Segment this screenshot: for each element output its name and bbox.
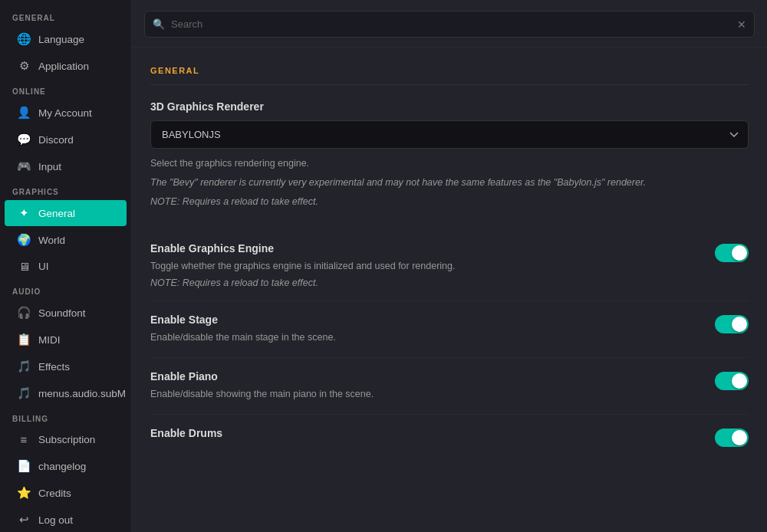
application-icon: ⚙ <box>17 59 31 73</box>
my-account-icon: 👤 <box>17 106 31 120</box>
toggle-desc-enable-stage: Enable/disable the main stage in the sce… <box>150 330 700 345</box>
sidebar-item-label-changelog: changelog <box>38 461 86 472</box>
search-bar: 🔍 ✕ <box>132 0 767 48</box>
renderer-label: 3D Graphics Renderer <box>150 100 749 113</box>
toggle-thumb-enable-stage <box>732 317 747 332</box>
effects-icon: 🎵 <box>17 360 31 373</box>
sidebar: GENERAL🌐Language⚙ApplicationONLINE👤My Ac… <box>0 0 132 532</box>
toggle-thumb-enable-drums <box>732 430 747 445</box>
sidebar-section-label: GENERAL <box>0 6 131 25</box>
toggle-track-enable-piano[interactable] <box>715 372 749 390</box>
sidebar-item-label-discord: Discord <box>38 134 74 146</box>
toggle-note-enable-graphics-engine: NOTE: Requires a reload to take effect. <box>150 277 700 288</box>
renderer-note1: The "Bevy" renderer is currently very ex… <box>150 176 749 190</box>
sidebar-item-subscription[interactable]: ≡Subscription <box>5 427 127 452</box>
main-panel: 🔍 ✕ GENERAL 3D Graphics Renderer BABYLON… <box>132 0 767 532</box>
renderer-select[interactable]: BABYLONJSBEVY <box>150 120 749 149</box>
midi-icon: 📋 <box>17 333 31 346</box>
credits-icon: ⭐ <box>17 486 31 500</box>
sidebar-item-label-general: General <box>38 208 75 219</box>
sidebar-item-my-account[interactable]: 👤My Account <box>5 100 127 126</box>
toggle-desc-enable-piano: Enable/disable showing the main piano in… <box>150 387 700 402</box>
sidebar-item-label-ui: UI <box>38 261 49 272</box>
sidebar-item-effects[interactable]: 🎵Effects <box>5 353 127 379</box>
sidebar-item-application[interactable]: ⚙Application <box>5 53 127 79</box>
soundfont-icon: 🎧 <box>17 306 31 320</box>
sidebar-item-label-menus-audio: menus.audio.subM <box>38 388 126 399</box>
toggle-thumb-enable-graphics-engine <box>732 245 747 261</box>
sidebar-item-label-language: Language <box>38 34 84 45</box>
toggle-track-enable-stage[interactable] <box>715 315 749 333</box>
sidebar-item-ui[interactable]: 🖥UI <box>5 254 127 279</box>
sidebar-item-label-soundfont: Soundfont <box>38 307 86 319</box>
toggle-row-enable-drums: Enable Drums <box>150 415 749 459</box>
toggle-title-enable-stage: Enable Stage <box>150 314 700 326</box>
toggle-switch-enable-stage[interactable] <box>715 315 749 333</box>
sidebar-item-discord[interactable]: 💬Discord <box>5 126 127 153</box>
language-icon: 🌐 <box>17 32 31 46</box>
content-area: GENERAL 3D Graphics Renderer BABYLONJSBE… <box>132 48 767 478</box>
sidebar-item-world[interactable]: 🌍World <box>5 227 127 253</box>
toggle-info-enable-piano: Enable PianoEnable/disable showing the m… <box>150 370 715 402</box>
sidebar-item-changelog[interactable]: 📄changelog <box>5 453 127 479</box>
sidebar-section-label: GRAPHICS <box>0 180 131 199</box>
sidebar-item-soundfont[interactable]: 🎧Soundfont <box>5 300 127 326</box>
sidebar-item-general[interactable]: ✦General <box>5 200 127 226</box>
sidebar-section-label: ONLINE <box>0 80 131 99</box>
toggles-container: Enable Graphics EngineToggle whether the… <box>150 230 749 458</box>
sidebar-item-label-midi: MIDI <box>38 334 61 346</box>
renderer-description: Select the graphics rendering engine. <box>150 156 749 171</box>
sidebar-item-label-effects: Effects <box>38 361 70 373</box>
toggle-switch-enable-graphics-engine[interactable] <box>715 244 749 262</box>
section-divider <box>150 84 749 85</box>
sidebar-item-log-out[interactable]: ↩Log out <box>5 507 127 532</box>
sidebar-section-label: BILLING <box>0 407 131 426</box>
subscription-icon: ≡ <box>17 433 31 446</box>
toggle-title-enable-piano: Enable Piano <box>150 370 700 383</box>
changelog-icon: 📄 <box>17 459 31 473</box>
toggle-track-enable-graphics-engine[interactable] <box>715 244 749 262</box>
search-wrapper: 🔍 ✕ <box>144 11 755 38</box>
sidebar-item-input[interactable]: 🎮Input <box>5 153 127 179</box>
discord-icon: 💬 <box>17 133 31 146</box>
sidebar-item-label-my-account: My Account <box>38 107 92 119</box>
toggle-desc-enable-graphics-engine: Toggle whether the graphics engine is in… <box>150 259 700 274</box>
toggle-row-enable-graphics-engine: Enable Graphics EngineToggle whether the… <box>150 230 749 301</box>
renderer-group: 3D Graphics Renderer BABYLONJSBEVY Selec… <box>150 100 749 209</box>
world-icon: 🌍 <box>17 233 31 247</box>
sidebar-item-label-world: World <box>38 235 65 246</box>
sidebar-item-label-log-out: Log out <box>38 514 73 526</box>
toggle-track-enable-drums[interactable] <box>715 429 749 447</box>
general-icon: ✦ <box>17 206 31 220</box>
input-icon: 🎮 <box>17 159 31 173</box>
sidebar-item-label-application: Application <box>38 61 89 72</box>
toggle-row-enable-stage: Enable StageEnable/disable the main stag… <box>150 301 749 358</box>
section-title: GENERAL <box>150 66 749 75</box>
sidebar-item-language[interactable]: 🌐Language <box>5 26 127 52</box>
toggle-switch-enable-drums[interactable] <box>715 429 749 447</box>
sidebar-item-label-input: Input <box>38 161 61 172</box>
sidebar-item-label-subscription: Subscription <box>38 434 95 445</box>
toggle-title-enable-drums: Enable Drums <box>150 427 700 439</box>
ui-icon: 🖥 <box>17 260 31 273</box>
toggle-info-enable-graphics-engine: Enable Graphics EngineToggle whether the… <box>150 242 715 288</box>
toggle-thumb-enable-piano <box>732 373 747 389</box>
sidebar-item-menus-audio[interactable]: 🎵menus.audio.subM <box>5 380 127 406</box>
toggle-switch-enable-piano[interactable] <box>715 372 749 390</box>
sidebar-section-label: AUDIO <box>0 280 131 299</box>
close-icon[interactable]: ✕ <box>737 18 746 31</box>
sidebar-item-midi[interactable]: 📋MIDI <box>5 327 127 353</box>
toggle-row-enable-piano: Enable PianoEnable/disable showing the m… <box>150 358 749 415</box>
log-out-icon: ↩ <box>17 513 31 527</box>
sidebar-item-credits[interactable]: ⭐Credits <box>5 480 127 506</box>
toggle-info-enable-stage: Enable StageEnable/disable the main stag… <box>150 314 715 345</box>
renderer-note2: NOTE: Requires a reload to take effect. <box>150 195 749 209</box>
search-input[interactable] <box>171 11 731 37</box>
search-icon: 🔍 <box>153 18 165 30</box>
menus-audio-icon: 🎵 <box>17 386 31 400</box>
sidebar-item-label-credits: Credits <box>38 488 71 499</box>
toggle-info-enable-drums: Enable Drums <box>150 427 715 444</box>
toggle-title-enable-graphics-engine: Enable Graphics Engine <box>150 242 700 255</box>
